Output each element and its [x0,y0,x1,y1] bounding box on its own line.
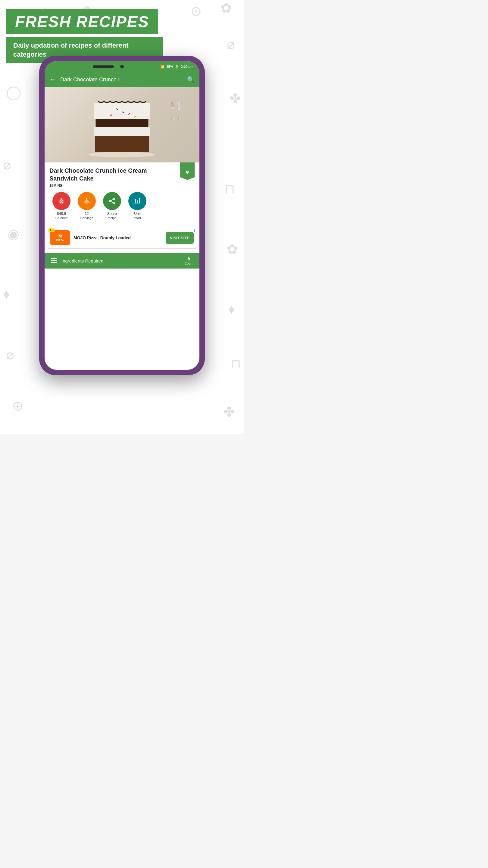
unit-chart-action[interactable]: Unit chart [128,192,147,220]
deco-strawberry2: ✿ [221,0,232,16]
calories-label: Calories [56,216,67,220]
svg-point-5 [86,198,87,199]
header-section: FRESH RECIPES Daily updation of recipes … [6,9,163,63]
calories-circle [53,192,70,210]
count-label: Count [185,261,193,265]
svg-rect-11 [135,199,136,203]
hamburger-line-3 [51,262,57,263]
deco-whisk4: ⌀ [6,347,14,363]
deco-mug: ⊓ [224,181,235,197]
hamburger-menu[interactable] [51,258,57,263]
ad-description: MOJO Pizza- Doubly Loaded [73,235,162,241]
count-badge: 5 Count [185,256,193,265]
deco-circle: ◯ [6,84,21,100]
ad-tag: Ad [48,228,55,232]
hamburger-line-1 [51,258,57,259]
ad-logo: M PIZZA [50,230,70,245]
phone-mockup: 📶 25% 🔋 2:20 pm ← Dark Chocolate Crunch … [39,56,205,375]
battery-level: 25% [166,65,173,68]
cake-illustration [89,98,155,152]
plate [89,152,155,157]
recipe-title: Dark Chocolate Crunch Ice Cream Sandwich… [50,167,164,182]
servings-value: 12 [85,212,89,216]
cake-cream-layer1 [94,127,150,136]
page-title: FRESH RECIPES [15,13,149,31]
svg-point-2 [61,201,62,202]
toolbar-title: Dark Chocolate Crunch I... [60,76,183,83]
deco-tomato: ⊕ [12,398,24,414]
count-number: 5 [185,256,193,261]
servings-label: Servings [80,216,93,220]
cake-middle-layer [96,119,149,127]
share-action[interactable]: Share recipe [103,192,121,220]
cake-base-layer [95,135,149,152]
status-bar: 📶 25% 🔋 2:20 pm [44,61,199,72]
unit-chart-circle [128,192,147,210]
deco-mug2: ⊓ [230,355,241,372]
deco-strawberry3: ✿ [227,241,238,257]
bookmark-badge[interactable]: ♥ [180,162,195,180]
heart-icon: ♥ [186,169,189,176]
ingredients-label: Ingredients Required [61,258,185,264]
back-button[interactable]: ← [50,76,56,84]
unit-label: Unit [134,212,140,216]
battery-icon: 🔋 [175,65,179,69]
svg-line-10 [110,201,114,203]
deco-pineapple2: ♦ [228,301,235,317]
calories-value: 848.9 [57,212,66,216]
phone-screen: 📶 25% 🔋 2:20 pm ← Dark Chocolate Crunch … [44,61,199,370]
hamburger-line-2 [51,260,57,261]
svg-line-9 [110,199,114,201]
search-icon[interactable]: 🔍 [187,76,195,83]
share-circle [103,192,121,210]
deco-pretzel2: ✤ [224,404,235,420]
deco-pineapple: ♦ [3,286,10,302]
share-sublabel: recipe [107,216,117,220]
choc-drizzle [95,100,149,104]
status-bar-content: 📶 25% 🔋 2:20 pm [160,65,193,69]
clock: 2:20 pm [181,65,193,68]
action-row: 848.9 Calories 12 Servings [50,192,195,220]
bottom-bar: Ingredients Required 5 Count [44,253,199,269]
calories-action[interactable]: 848.9 Calories [53,192,70,220]
svg-rect-12 [137,200,138,203]
svg-rect-13 [139,198,140,203]
phone-camera [120,65,124,68]
servings-circle [78,192,96,210]
recipe-image: 🍴 [44,87,199,162]
deco-whisk3: ⌀ [3,157,11,173]
fork-icon: 🍴 [165,99,187,121]
recipe-info: ♥ Dark Chocolate Crunch Ice Cream Sandwi… [44,162,199,227]
deco-whisk2: ⌀ [227,36,235,52]
cake-top-cream [94,103,150,119]
wifi-icon: 📶 [160,65,164,69]
phone-speaker [93,65,114,68]
app-toolbar: ← Dark Chocolate Crunch I... 🔍 [44,72,199,87]
recipe-time: 15MINS [50,184,195,188]
deco-onion: ◉ [7,226,19,242]
visit-site-button[interactable]: VISIT SITE [166,232,194,244]
deco-citrus2: ⊙ [190,3,202,19]
unit-sublabel: chart [134,216,141,220]
ad-info-icon[interactable]: ℹ [194,228,195,233]
share-label: Share [107,212,117,216]
servings-action[interactable]: 12 Servings [78,192,96,220]
ad-banner: Ad M PIZZA MOJO Pizza- Doubly Loaded VIS… [47,227,197,249]
fresh-recipes-banner: FRESH RECIPES [6,9,158,34]
deco-pretzel: ✤ [230,90,241,106]
